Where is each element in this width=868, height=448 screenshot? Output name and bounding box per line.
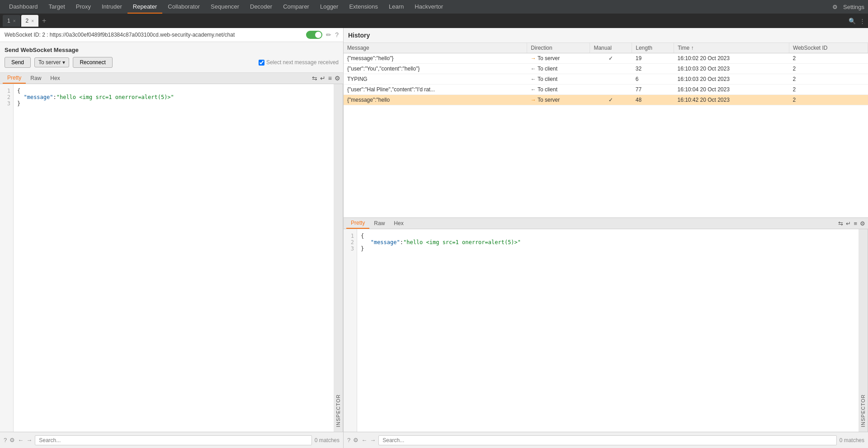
history-row-4[interactable]: {"message":"hello → To server ✓ 48 16:10… [344, 95, 868, 105]
viewer-tab-pretty[interactable]: Pretty [346, 218, 369, 229]
tab-1[interactable]: 1 × [3, 15, 20, 27]
history-row-1[interactable]: {"user":"You","content":"hello"} ← To cl… [344, 64, 868, 74]
direction-select[interactable]: To server ▾ [34, 57, 69, 67]
left-line-numbers: 1 2 3 [0, 84, 14, 432]
viewer-inspector-sidebar[interactable]: INSPECTOR [859, 229, 868, 432]
row-4-length: 48 [632, 95, 674, 105]
viewer-settings-icon[interactable]: ⚙ [860, 220, 865, 227]
viewer-more-icon[interactable]: ≡ [854, 220, 857, 227]
viewer-code-content: { "message":"hello <img src=1 onerror=al… [357, 229, 859, 432]
settings-label[interactable]: Settings [843, 4, 864, 10]
right-search-input[interactable] [378, 435, 836, 445]
history-table-container[interactable]: Message Direction Manual Length Time ↑ W… [344, 43, 868, 217]
tab-2[interactable]: 2 × [21, 15, 39, 27]
right-settings-icon[interactable]: ⚙ [353, 437, 359, 443]
col-manual[interactable]: Manual [590, 43, 632, 53]
viewer-code-key: "message" [371, 239, 400, 245]
row-4-direction: → To server [527, 95, 590, 105]
right-bottom-bar: ? ⚙ ← → 0 matches [344, 432, 868, 448]
row-2-direction: ← To client [527, 74, 590, 85]
help-icon[interactable]: ? [335, 31, 339, 38]
viewer-tab-hex[interactable]: Hex [389, 218, 408, 228]
newline-icon[interactable]: ↵ [320, 75, 326, 82]
left-back-icon[interactable]: ← [18, 437, 24, 443]
more-options-icon[interactable]: ⋮ [859, 18, 865, 24]
search-icon[interactable]: 🔍 [849, 18, 856, 24]
viewer-tab-raw[interactable]: Raw [369, 218, 389, 228]
left-tab-hex[interactable]: Hex [46, 73, 64, 83]
nav-collaborator[interactable]: Collaborator [162, 0, 205, 14]
word-wrap-icon[interactable]: ⇆ [312, 75, 317, 82]
history-row-3[interactable]: {"user":"Hal Pline","content":"I'd rat..… [344, 85, 868, 95]
left-code-content[interactable]: { "message":"hello <img src=1 onerror=al… [14, 84, 334, 432]
viewer-inspector-label: INSPECTOR [860, 394, 866, 427]
left-settings-icon[interactable]: ⚙ [9, 437, 15, 443]
chevron-down-icon: ▾ [62, 59, 65, 66]
right-forward-icon[interactable]: → [370, 437, 376, 443]
left-editor-tab-right: ⇆ ↵ ≡ ⚙ [312, 75, 340, 82]
tab-1-label: 1 [7, 18, 10, 24]
row-2-wsid: 2 [789, 74, 868, 85]
nav-proxy[interactable]: Proxy [71, 0, 96, 14]
row-4-time: 16:10:42 20 Oct 2023 [674, 95, 789, 105]
nav-target[interactable]: Target [43, 0, 71, 14]
tab-1-close[interactable]: × [13, 19, 16, 24]
tab-2-close[interactable]: × [31, 19, 34, 24]
viewer-tab-right: ⇆ ↵ ≡ ⚙ [838, 220, 865, 227]
row-2-time: 16:10:03 20 Oct 2023 [674, 74, 789, 85]
row-1-wsid: 2 [789, 64, 868, 74]
row-1-direction: ← To client [527, 64, 590, 74]
nav-logger[interactable]: Logger [315, 0, 344, 14]
left-search-input[interactable] [35, 435, 311, 445]
row-3-time: 16:10:04 20 Oct 2023 [674, 85, 789, 95]
reconnect-button[interactable]: Reconnect [73, 57, 112, 68]
col-wsid[interactable]: WebSocket ID [789, 43, 868, 53]
left-tab-pretty[interactable]: Pretty [3, 73, 26, 84]
viewer-code-line-1: { [361, 233, 855, 239]
col-message[interactable]: Message [344, 43, 527, 53]
toggle-switch[interactable] [306, 31, 322, 39]
right-back-icon[interactable]: ← [361, 437, 367, 443]
nav-settings-area: ⚙ Settings [832, 4, 864, 10]
right-help-icon[interactable]: ? [347, 437, 350, 443]
time-label: Time ↑ [678, 45, 694, 51]
row-3-length: 77 [632, 85, 674, 95]
ws-toggle[interactable] [306, 31, 322, 39]
left-inspector-sidebar[interactable]: INSPECTOR [334, 84, 343, 432]
tab-add-button[interactable]: + [39, 17, 49, 25]
viewer-word-wrap-icon[interactable]: ⇆ [838, 220, 843, 227]
nav-decoder[interactable]: Decoder [245, 0, 278, 14]
col-direction[interactable]: Direction [527, 43, 590, 53]
left-forward-icon[interactable]: → [26, 437, 32, 443]
col-time[interactable]: Time ↑ [674, 43, 789, 53]
send-button[interactable]: Send [5, 57, 31, 68]
history-row-0[interactable]: {"message":"hello"} → To server ✓ 19 16:… [344, 53, 868, 64]
nav-extensions[interactable]: Extensions [344, 0, 383, 14]
edit-icon[interactable]: ✏ [326, 31, 331, 38]
nav-learn[interactable]: Learn [383, 0, 409, 14]
nav-comparer[interactable]: Comparer [278, 0, 315, 14]
nav-repeater[interactable]: Repeater [127, 0, 162, 14]
nav-intruder[interactable]: Intruder [96, 0, 127, 14]
history-row-2[interactable]: TYPING ← To client 6 16:10:03 20 Oct 202… [344, 74, 868, 85]
left-help-icon[interactable]: ? [4, 437, 7, 443]
viewer-newline-icon[interactable]: ↵ [846, 220, 851, 227]
viewer-code-line-3: } [361, 245, 855, 252]
settings-icon[interactable]: ⚙ [335, 75, 340, 82]
left-tab-raw[interactable]: Raw [26, 73, 46, 83]
row-1-message: {"user":"You","content":"hello"} [344, 64, 527, 74]
select-next-label[interactable]: Select next message received [259, 59, 339, 66]
left-panel: WebSocket ID: 2 : https://0a3c00ef0489f9… [0, 28, 344, 448]
left-code-editor[interactable]: 1 2 3 { "message":"hello <img src=1 oner… [0, 84, 343, 432]
nav-sequencer[interactable]: Sequencer [205, 0, 245, 14]
nav-dashboard[interactable]: Dashboard [4, 0, 43, 14]
more-icon[interactable]: ≡ [328, 75, 332, 82]
nav-hackvertor[interactable]: Hackvertor [409, 0, 448, 14]
row-0-length: 19 [632, 53, 674, 64]
col-length[interactable]: Length [632, 43, 674, 53]
history-table: Message Direction Manual Length Time ↑ W… [344, 43, 868, 105]
select-next-checkbox[interactable] [259, 60, 264, 66]
message-viewer: Pretty Raw Hex ⇆ ↵ ≡ ⚙ 1 2 3 { [344, 218, 868, 448]
left-code-key: "message" [24, 94, 53, 100]
settings-gear-icon[interactable]: ⚙ [832, 4, 838, 10]
